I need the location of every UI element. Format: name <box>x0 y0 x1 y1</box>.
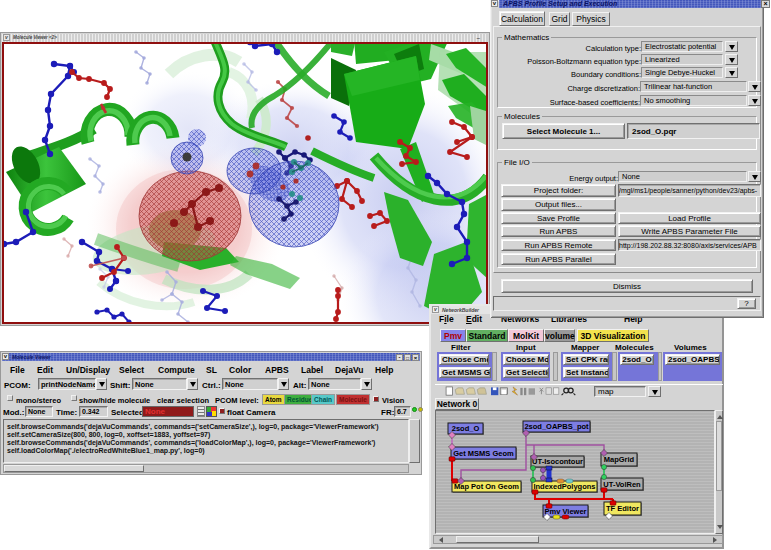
svg-text:UT-VolRen: UT-VolRen <box>603 480 641 489</box>
svg-text:2sod_OAPBS_pot: 2sod_OAPBS_pot <box>524 422 589 431</box>
svg-text:UT-Isocontour: UT-Isocontour <box>532 457 583 466</box>
svg-text:MapGrid: MapGrid <box>604 455 635 464</box>
svg-text:Get MSMS Geom: Get MSMS Geom <box>453 449 514 458</box>
svg-text:TF Editor: TF Editor <box>606 504 639 513</box>
svg-text:IndexedPolygons: IndexedPolygons <box>533 482 595 491</box>
svg-text:2sod_O: 2sod_O <box>452 424 480 433</box>
svg-text:Map Pot On Geom: Map Pot On Geom <box>454 482 519 491</box>
